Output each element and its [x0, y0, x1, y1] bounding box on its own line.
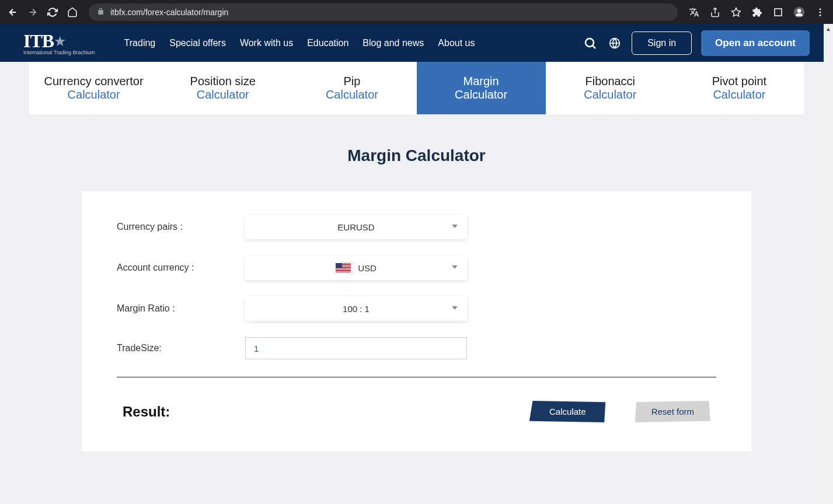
- signin-button[interactable]: Sign in: [632, 32, 692, 55]
- star-icon: ★: [54, 33, 67, 50]
- tab-currency-convertor[interactable]: Currency convertor Calculator: [29, 62, 158, 114]
- tab-pip[interactable]: Pip Calculator: [287, 62, 416, 114]
- tab-position-size[interactable]: Position size Calculator: [158, 62, 287, 114]
- scrollbar-up-icon[interactable]: ▲: [824, 24, 833, 33]
- logo[interactable]: ITB ★ International Trading Brachium: [23, 30, 95, 55]
- url-text: itbfx.com/forex-calculator/margin: [110, 8, 228, 17]
- reload-button[interactable]: [44, 4, 61, 20]
- open-account-button[interactable]: Open an account: [701, 30, 810, 56]
- logo-subtitle: International Trading Brachium: [23, 50, 95, 55]
- site-header: ITB ★ International Trading Brachium Tra…: [0, 24, 833, 62]
- nav-education[interactable]: Education: [307, 38, 348, 48]
- svg-point-7: [585, 38, 594, 47]
- nav-about-us[interactable]: About us: [438, 38, 475, 48]
- tab-margin[interactable]: Margin Calculator: [417, 62, 546, 114]
- forward-button[interactable]: [25, 4, 41, 20]
- bookmark-star-icon[interactable]: [728, 4, 744, 20]
- address-bar[interactable]: itbfx.com/forex-calculator/margin: [89, 4, 678, 21]
- reset-button[interactable]: Reset form: [635, 401, 710, 422]
- calculator-card: Currency pairs : EURUSD Account currency…: [82, 191, 751, 452]
- back-button[interactable]: [5, 4, 21, 20]
- page-content: ▲ ITB ★ International Trading Brachium T…: [0, 24, 833, 504]
- account-currency-label: Account currency :: [117, 262, 245, 273]
- svg-point-5: [820, 11, 821, 13]
- nav-trading[interactable]: Trading: [124, 38, 156, 48]
- page-title: Margin Calculator: [0, 146, 833, 165]
- trade-size-input[interactable]: [245, 337, 467, 359]
- profile-icon[interactable]: [791, 4, 807, 20]
- nav-special-offers[interactable]: Special offers: [169, 38, 226, 48]
- menu-dots-icon[interactable]: [812, 4, 828, 20]
- extensions-icon[interactable]: [749, 4, 765, 20]
- home-button[interactable]: [64, 4, 81, 20]
- chevron-down-icon: [451, 263, 459, 273]
- divider: [117, 377, 716, 377]
- calculate-button[interactable]: Calculate: [529, 401, 606, 422]
- svg-rect-1: [775, 9, 782, 16]
- svg-point-3: [797, 9, 801, 13]
- logo-text: ITB: [23, 30, 54, 52]
- main-nav: Trading Special offers Work with us Educ…: [124, 38, 475, 48]
- chevron-down-icon: [451, 222, 459, 232]
- translate-icon[interactable]: [686, 4, 702, 20]
- calculator-tabs: Currency convertor Calculator Position s…: [29, 62, 804, 114]
- nav-blog-news[interactable]: Blog and news: [363, 38, 424, 48]
- scrollbar[interactable]: [824, 24, 833, 504]
- lock-icon: [97, 8, 104, 17]
- panel-icon[interactable]: [770, 4, 786, 20]
- trade-size-label: TradeSize:: [117, 343, 245, 354]
- globe-icon[interactable]: [607, 36, 622, 51]
- nav-work-with-us[interactable]: Work with us: [240, 38, 293, 48]
- margin-ratio-select[interactable]: 100 : 1: [245, 296, 467, 321]
- svg-point-4: [820, 8, 821, 10]
- search-icon[interactable]: [583, 36, 598, 51]
- currency-pairs-label: Currency pairs :: [117, 222, 245, 232]
- browser-toolbar: itbfx.com/forex-calculator/margin: [0, 0, 833, 24]
- account-currency-select[interactable]: USD: [245, 256, 467, 280]
- result-label: Result:: [123, 404, 170, 420]
- usa-flag-icon: [336, 263, 351, 272]
- svg-point-6: [820, 14, 821, 16]
- chevron-down-icon: [451, 304, 459, 314]
- svg-marker-0: [732, 8, 741, 16]
- share-icon[interactable]: [707, 4, 723, 20]
- tab-pivot-point[interactable]: Pivot point Calculator: [675, 62, 804, 114]
- margin-ratio-label: Margin Ratio :: [117, 303, 245, 314]
- currency-pairs-select[interactable]: EURUSD: [245, 215, 467, 239]
- tab-fibonacci[interactable]: Fibonacci Calculator: [546, 62, 675, 114]
